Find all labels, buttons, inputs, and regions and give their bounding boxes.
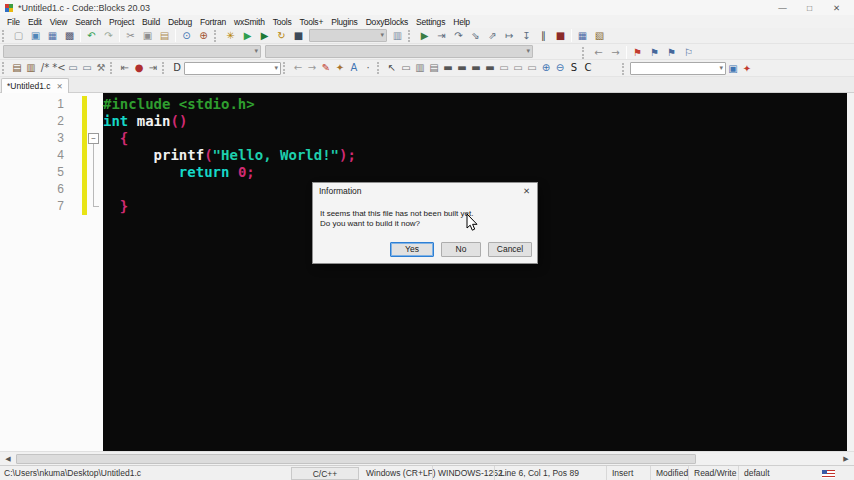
browse-forward-icon[interactable]: → xyxy=(607,45,624,60)
thesaurus-icon[interactable]: · xyxy=(361,61,375,76)
menu-doxyblocks[interactable]: DoxyBlocks xyxy=(362,17,412,27)
menu-project[interactable]: Project xyxy=(105,17,138,27)
doxyblocks-run-html-icon[interactable]: ▭ xyxy=(66,61,80,76)
save-icon[interactable]: ▦ xyxy=(44,28,61,43)
prev-bookmark-icon[interactable]: ⚑ xyxy=(646,45,663,60)
build-target-combobox[interactable]: ▾ xyxy=(309,29,387,42)
stop-debugger-icon[interactable]: ■ xyxy=(552,28,569,43)
break-debugger-icon[interactable]: ∥ xyxy=(535,28,552,43)
nav-back-icon[interactable]: ← xyxy=(291,61,305,76)
wxsmith-sizer-icon[interactable]: ▬ xyxy=(455,61,469,76)
menu-debug[interactable]: Debug xyxy=(164,17,196,27)
menu-file[interactable]: File xyxy=(3,17,24,27)
wxsmith-pointer-icon[interactable]: ↖ xyxy=(385,61,399,76)
horizontal-scrollbar[interactable]: ◀ ▶ xyxy=(0,451,854,465)
toolbar-gripper[interactable] xyxy=(408,30,413,42)
rebuild-icon[interactable]: ↻ xyxy=(273,28,290,43)
yes-button[interactable]: Yes xyxy=(390,242,434,257)
menu-fortran[interactable]: Fortran xyxy=(196,17,230,27)
next-bookmark-icon[interactable]: ⚑ xyxy=(663,45,680,60)
wxsmith-designer-icon[interactable]: C xyxy=(581,61,595,76)
clear-bookmarks-icon[interactable]: ⚐ xyxy=(680,45,697,60)
dialog-close-icon[interactable]: ✕ xyxy=(523,186,530,196)
toolbar-gripper[interactable] xyxy=(283,62,288,74)
tab-close-icon[interactable]: ✕ xyxy=(56,82,62,91)
hscroll-thumb[interactable] xyxy=(16,454,696,464)
minimize-icon[interactable]: — xyxy=(769,0,796,15)
menu-wxsmith[interactable]: wxSmith xyxy=(230,17,269,27)
save-all-icon[interactable]: ▩ xyxy=(61,28,78,43)
toolbar-gripper[interactable] xyxy=(377,62,382,74)
wxsmith-notebook-icon[interactable]: ▬ xyxy=(483,61,497,76)
run-to-cursor-icon[interactable]: ⇥ xyxy=(433,28,450,43)
step-into-icon[interactable]: ⇘ xyxy=(467,28,484,43)
scroll-left-icon[interactable]: ◀ xyxy=(1,452,15,465)
scroll-right-icon[interactable]: ▶ xyxy=(839,452,853,465)
nav-forward-icon[interactable]: → xyxy=(305,61,319,76)
menu-plugins[interactable]: Plugins xyxy=(327,17,361,27)
toolbar-gripper[interactable] xyxy=(162,62,167,74)
browse-back-icon[interactable]: ← xyxy=(590,45,607,60)
doxyblocks-run-chm-icon[interactable]: ▭ xyxy=(80,61,94,76)
fortran-project-icon[interactable]: D xyxy=(170,61,184,76)
zoom-in-icon[interactable]: ⊕ xyxy=(539,61,553,76)
wxsmith-text-icon[interactable]: ▤ xyxy=(427,61,441,76)
vertical-scrollbar[interactable] xyxy=(847,93,854,451)
close-icon[interactable]: ✕ xyxy=(823,0,850,15)
menu-tools-plus[interactable]: Tools+ xyxy=(296,17,328,27)
menu-edit[interactable]: Edit xyxy=(24,17,46,27)
build-and-run-icon[interactable]: ▶ xyxy=(256,28,273,43)
paste-icon[interactable]: ▤ xyxy=(156,28,173,43)
wxsmith-grid-icon[interactable]: ▬ xyxy=(469,61,483,76)
incsearch-options-icon[interactable]: ▣ xyxy=(726,61,740,76)
debug-continue-icon[interactable]: ▶ xyxy=(416,28,433,43)
menu-search[interactable]: Search xyxy=(71,17,105,27)
highlight-pen-icon[interactable]: ✎ xyxy=(319,61,333,76)
step-into-instruction-icon[interactable]: ↧ xyxy=(518,28,535,43)
incremental-search-input[interactable]: ▾ xyxy=(630,62,726,75)
menu-tools[interactable]: Tools xyxy=(269,17,296,27)
step-out-icon[interactable]: ⇗ xyxy=(484,28,501,43)
copy-icon[interactable]: ▣ xyxy=(139,28,156,43)
scope-combobox[interactable]: ▾ xyxy=(3,45,261,58)
code-editor[interactable]: #include <stdio.h> int main() { printf("… xyxy=(103,93,847,451)
redo-icon[interactable]: ↷ xyxy=(100,28,117,43)
wxsmith-image-icon[interactable]: ▥ xyxy=(413,61,427,76)
wxsmith-frame-icon[interactable]: ▭ xyxy=(399,61,413,76)
wxsmith-border1-icon[interactable]: ▭ xyxy=(497,61,511,76)
toggle-bookmark-icon[interactable]: ⚑ xyxy=(629,45,646,60)
new-file-icon[interactable]: ▢ xyxy=(10,28,27,43)
find-icon[interactable]: ⊙ xyxy=(178,28,195,43)
incsearch-highlight-icon[interactable]: ✦ xyxy=(740,61,754,76)
menu-help[interactable]: Help xyxy=(449,17,474,27)
open-file-icon[interactable]: ▣ xyxy=(27,28,44,43)
jump-forward-icon[interactable]: ⇥ xyxy=(146,61,160,76)
doxyblocks-comment-block-icon[interactable]: /* xyxy=(38,61,52,76)
menu-view[interactable]: View xyxy=(46,17,71,27)
toolbar-gripper[interactable] xyxy=(214,30,219,42)
run-icon[interactable]: ▶ xyxy=(239,28,256,43)
various-info-icon[interactable]: ▧ xyxy=(591,28,608,43)
fold-marker[interactable]: − xyxy=(88,133,99,144)
compile-current-file-icon[interactable]: ▥ xyxy=(389,28,406,43)
maximize-icon[interactable]: □ xyxy=(796,0,823,15)
wxsmith-panel-icon[interactable]: ▬ xyxy=(441,61,455,76)
abort-icon[interactable]: ■ xyxy=(290,28,307,43)
no-button[interactable]: No xyxy=(441,242,481,257)
undo-icon[interactable]: ↶ xyxy=(83,28,100,43)
doxyblocks-config-icon[interactable]: ⚒ xyxy=(94,61,108,76)
occurrences-icon[interactable]: ✦ xyxy=(333,61,347,76)
doxyblocks-extract-all-icon[interactable]: ▥ xyxy=(24,61,38,76)
toolbar-gripper[interactable] xyxy=(110,62,115,74)
fortran-jump-combobox[interactable]: ▾ xyxy=(184,62,281,75)
zoom-out-icon[interactable]: ⊖ xyxy=(553,61,567,76)
toolbar-gripper[interactable] xyxy=(622,63,627,75)
wxsmith-source-icon[interactable]: S xyxy=(567,61,581,76)
function-combobox[interactable]: ▾ xyxy=(265,45,533,58)
debugging-windows-icon[interactable]: ▦ xyxy=(574,28,591,43)
toolbar-gripper[interactable] xyxy=(2,62,7,74)
jump-back-icon[interactable]: ⇤ xyxy=(118,61,132,76)
build-icon[interactable]: ✳ xyxy=(222,28,239,43)
menu-settings[interactable]: Settings xyxy=(412,17,449,27)
doxyblocks-comment-line-icon[interactable]: *< xyxy=(52,61,66,76)
